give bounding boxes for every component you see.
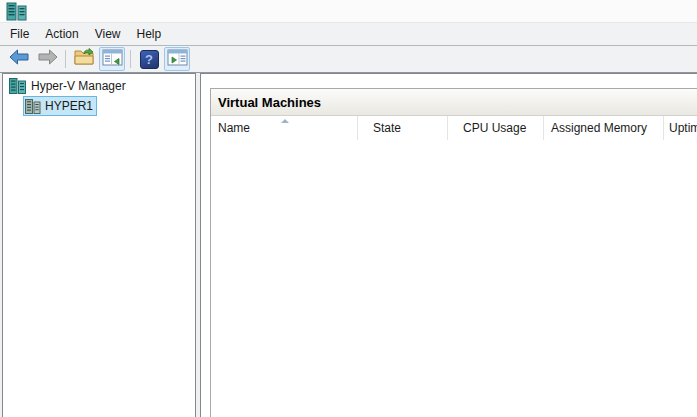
column-label: Assigned Memory (551, 121, 647, 135)
help-button[interactable]: ? (136, 47, 162, 71)
column-header-cpu-usage[interactable]: CPU Usage (448, 116, 544, 140)
forward-arrow-icon (37, 49, 58, 69)
back-button[interactable] (6, 47, 32, 71)
results-pane: Virtual Machines Name State CPU Usage As… (200, 73, 697, 417)
tree-item-label: HYPER1 (45, 99, 93, 113)
virtual-machines-panel: Virtual Machines Name State CPU Usage As… (210, 88, 697, 417)
action-pane-window-icon (167, 49, 188, 70)
column-label: Uptime (669, 121, 697, 135)
sort-ascending-icon (281, 119, 289, 123)
list-header-row: Name State CPU Usage Assigned Memory Upt… (211, 116, 697, 141)
menu-help[interactable]: Help (129, 23, 170, 45)
hyper-v-servers-icon (9, 78, 27, 94)
console-tree-window-icon (102, 49, 123, 70)
console-tree-panel: Hyper-V Manager HYPER1 (2, 73, 196, 417)
tree-item-label: Hyper-V Manager (31, 79, 126, 93)
export-list-button[interactable] (71, 47, 97, 71)
column-header-name[interactable]: Name (211, 116, 358, 140)
server-host-icon (25, 99, 41, 114)
column-header-uptime[interactable]: Uptime (664, 116, 697, 140)
panel-title: Virtual Machines (218, 95, 321, 110)
menu-action[interactable]: Action (37, 23, 86, 45)
virtual-machines-list[interactable] (211, 140, 697, 417)
column-label: CPU Usage (463, 121, 526, 135)
toolbar-separator (65, 50, 66, 68)
virtual-machines-header: Virtual Machines (211, 89, 697, 116)
forward-button[interactable] (34, 47, 60, 71)
menu-file[interactable]: File (2, 23, 37, 45)
show-hide-action-pane-button[interactable] (164, 47, 190, 71)
folder-arrow-icon (74, 48, 95, 70)
tree-item-hyper1[interactable]: HYPER1 (23, 96, 97, 116)
column-label: Name (218, 121, 250, 135)
back-arrow-icon (9, 49, 30, 69)
tree-item-hyper-v-manager[interactable]: Hyper-V Manager (3, 77, 195, 95)
hyper-v-manager-app-icon (6, 2, 28, 21)
question-mark-icon: ? (140, 50, 159, 69)
toolbar: ? (0, 46, 697, 73)
column-header-state[interactable]: State (358, 116, 448, 140)
toolbar-separator (130, 50, 131, 68)
menu-view[interactable]: View (87, 23, 129, 45)
column-label: State (373, 121, 401, 135)
title-bar (0, 0, 697, 23)
show-hide-console-tree-button[interactable] (99, 47, 125, 71)
menu-bar: File Action View Help (0, 23, 697, 46)
column-header-assigned-memory[interactable]: Assigned Memory (544, 116, 664, 140)
